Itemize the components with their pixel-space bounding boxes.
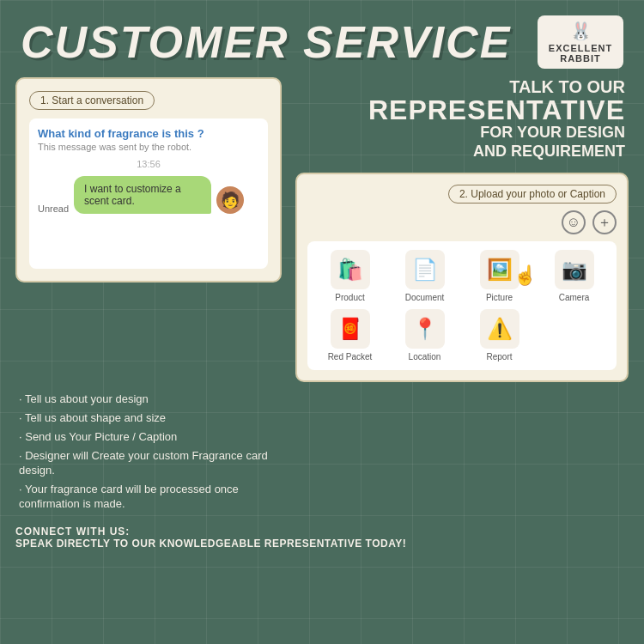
rep-line1: TALK TO OUR [295,77,625,96]
rep-line4: AND REQUIREMENT [295,143,625,161]
footer-speak: SPEAK DIRECTLY TO OUR KNOWLEDGEABLE REPR… [15,538,629,550]
step2-label: 2. Upload your photo or Caption [448,185,617,204]
upload-item-camera[interactable]: 📷 Camera [540,250,608,302]
chat-card: 1. Start a conversation What kind of fra… [15,77,282,283]
redpacket-icon-box: 🧧 [331,309,370,349]
redpacket-label: Red Packet [328,352,373,361]
bullet-2: · Tell us about shape and size [15,411,282,426]
camera-icon-box: 📷 [555,250,594,289]
bottom-area: · Tell us about your design · Tell us ab… [0,382,644,515]
report-label: Report [486,352,512,361]
picture-label: Picture [486,293,513,302]
bullet-4: · Designer will Create your custom Fragr… [15,449,282,478]
step1-label: 1. Start a conversation [29,91,155,110]
emoji-icon[interactable]: ☺ [562,210,586,234]
product-label: Product [335,293,364,302]
rep-line2: REPRESENTATIVE [295,96,625,124]
upload-actions: ☺ ＋ [307,210,617,234]
unread-label: Unread [38,204,69,214]
location-icon-box: 📍 [405,309,445,349]
bullet-list: · Tell us about your design · Tell us ab… [15,392,282,515]
camera-label: Camera [559,293,590,302]
representative-text: TALK TO OUR REPRESENTATIVE FOR YOUR DESI… [295,77,629,161]
brand-logo: 🐰 EXCELLENT RABBIT [538,15,623,69]
hand-cursor-icon: ☝️ [513,264,537,287]
upload-item-product[interactable]: 🛍️ Product [316,250,384,302]
upload-item-document[interactable]: 📄 Document [391,250,459,302]
footer: CONNECT WITH US: SPEAK DIRECTLY TO OUR K… [0,515,644,556]
report-icon-box: ⚠️ [480,309,519,349]
right-panel: TALK TO OUR REPRESENTATIVE FOR YOUR DESI… [295,77,629,382]
footer-connect: CONNECT WITH US: [15,526,629,538]
product-icon-box: 🛍️ [331,250,370,289]
upload-item-picture[interactable]: 🖼️ Picture ☝️ [465,250,533,302]
chat-timestamp: 13:56 [38,159,259,169]
chat-window: What kind of fragrance is this ? This me… [29,118,268,269]
upload-item-redpacket[interactable]: 🧧 Red Packet [316,309,384,361]
upload-card: 2. Upload your photo or Caption ☺ ＋ 🛍️ P… [295,173,629,382]
bullets-ul: · Tell us about your design · Tell us ab… [15,392,282,511]
document-icon-box: 📄 [405,250,445,289]
bot-subtext: This message was sent by the robot. [38,142,259,152]
upload-grid: 🛍️ Product 📄 Document 🖼️ Picture ☝️ [307,241,617,370]
page-title: CUSTOMER SERVICE [21,20,511,64]
bullet-1: · Tell us about your design [15,392,282,407]
location-label: Location [409,352,441,361]
upload-item-report[interactable]: ⚠️ Report [465,309,533,361]
user-message: Unread I want to customize a scent card.… [38,176,259,214]
upload-item-location[interactable]: 📍 Location [391,309,459,361]
bullet-5: · Your fragrance card will be processed … [15,483,282,512]
left-panel: 1. Start a conversation What kind of fra… [15,77,282,382]
brand-icon: 🐰 [546,21,615,41]
brand-name-line2: RABBIT [546,53,615,64]
bullet-3: · Send us Your Picture / Caption [15,430,282,445]
document-label: Document [405,293,445,302]
bot-question: What kind of fragrance is this ? [38,127,259,140]
step2-label-wrapper: 2. Upload your photo or Caption [307,185,617,204]
content-area: 1. Start a conversation What kind of fra… [0,77,644,382]
main-container: CUSTOMER SERVICE 🐰 EXCELLENT RABBIT 1. S… [0,0,644,644]
user-avatar: 🧑 [216,186,244,214]
add-icon[interactable]: ＋ [592,210,617,234]
brand-name-line1: EXCELLENT [546,43,615,53]
bot-message: What kind of fragrance is this ? This me… [38,127,259,152]
rep-line3: FOR YOUR DESIGN [295,124,625,143]
user-bubble: I want to customize a scent card. [74,176,211,214]
bot-bubble: What kind of fragrance is this ? This me… [38,127,259,152]
header: CUSTOMER SERVICE 🐰 EXCELLENT RABBIT [0,0,644,77]
